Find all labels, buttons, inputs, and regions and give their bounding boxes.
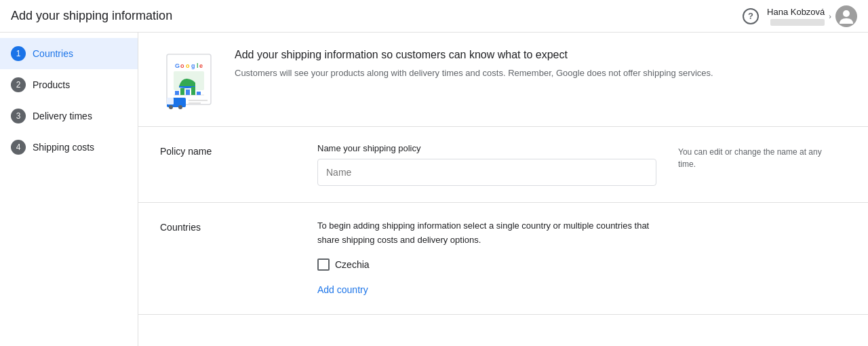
svg-text:G: G — [175, 62, 180, 69]
sidebar: 1 Countries 2 Products 3 Delivery times … — [0, 33, 138, 346]
svg-point-0 — [843, 10, 850, 17]
policy-name-label: Policy name — [160, 143, 296, 186]
svg-text:g: g — [191, 62, 195, 69]
sidebar-item-products[interactable]: 2 Products — [0, 69, 138, 100]
sidebar-item-shipping-costs[interactable]: 4 Shipping costs — [0, 132, 138, 163]
add-country-button[interactable]: Add country — [317, 282, 368, 298]
svg-rect-13 — [191, 87, 195, 95]
czechia-checkbox[interactable] — [317, 258, 330, 271]
policy-name-content: Name your shipping policy — [317, 143, 656, 186]
countries-label: Countries — [160, 219, 296, 298]
step-badge-4: 4 — [11, 140, 26, 155]
banner-text: Add your shipping information so custome… — [235, 49, 713, 80]
svg-rect-11 — [180, 88, 184, 95]
step-badge-2: 2 — [11, 77, 26, 92]
svg-rect-14 — [197, 92, 201, 95]
svg-text:o: o — [180, 62, 184, 69]
account-email-masked — [770, 19, 825, 26]
info-banner: G o o g l e — [138, 33, 868, 127]
policy-field-label: Name your shipping policy — [317, 143, 656, 153]
svg-rect-16 — [167, 98, 174, 104]
sidebar-label-shipping-costs: Shipping costs — [33, 142, 94, 153]
svg-point-18 — [178, 105, 182, 109]
account-chevron-icon: › — [829, 12, 831, 20]
countries-content: To begin adding shipping information sel… — [317, 219, 656, 298]
shipping-illustration: G o o g l e — [160, 49, 221, 110]
avatar — [835, 5, 857, 27]
account-area[interactable]: Hana Kobzová › — [767, 5, 857, 27]
step-badge-3: 3 — [11, 109, 26, 123]
svg-text:l: l — [197, 62, 199, 69]
banner-heading: Add your shipping information so custome… — [235, 49, 713, 61]
sidebar-label-delivery-times: Delivery times — [33, 111, 92, 121]
sidebar-item-delivery-times[interactable]: 3 Delivery times — [0, 100, 138, 132]
svg-point-17 — [169, 105, 173, 109]
header-right: ? Hana Kobzová › — [743, 5, 857, 27]
sidebar-label-products: Products — [33, 79, 70, 90]
page-title: Add your shipping information — [11, 9, 172, 23]
svg-text:e: e — [199, 62, 203, 69]
svg-text:o: o — [186, 62, 190, 69]
czechia-label: Czechia — [335, 259, 370, 270]
layout: 1 Countries 2 Products 3 Delivery times … — [0, 33, 868, 346]
header: Add your shipping information ? Hana Kob… — [0, 0, 868, 33]
policy-name-input[interactable] — [317, 159, 656, 186]
svg-rect-10 — [175, 91, 179, 95]
step-badge-1: 1 — [11, 46, 26, 61]
help-icon[interactable]: ? — [743, 8, 759, 24]
czechia-checkbox-row: Czechia — [317, 258, 656, 271]
account-name: Hana Kobzová — [767, 7, 825, 17]
sidebar-item-countries[interactable]: 1 Countries — [0, 38, 138, 69]
policy-name-section: Policy name Name your shipping policy Yo… — [138, 127, 868, 203]
sidebar-label-countries: Countries — [33, 48, 73, 59]
svg-rect-12 — [186, 90, 190, 95]
banner-description: Customers will see your products along w… — [235, 66, 713, 80]
countries-description: To begin adding shipping information sel… — [317, 219, 656, 248]
countries-section: Countries To begin adding shipping infor… — [138, 203, 868, 315]
main-content: G o o g l e — [138, 33, 868, 346]
policy-name-hint: You can edit or change the name at any t… — [678, 143, 827, 186]
